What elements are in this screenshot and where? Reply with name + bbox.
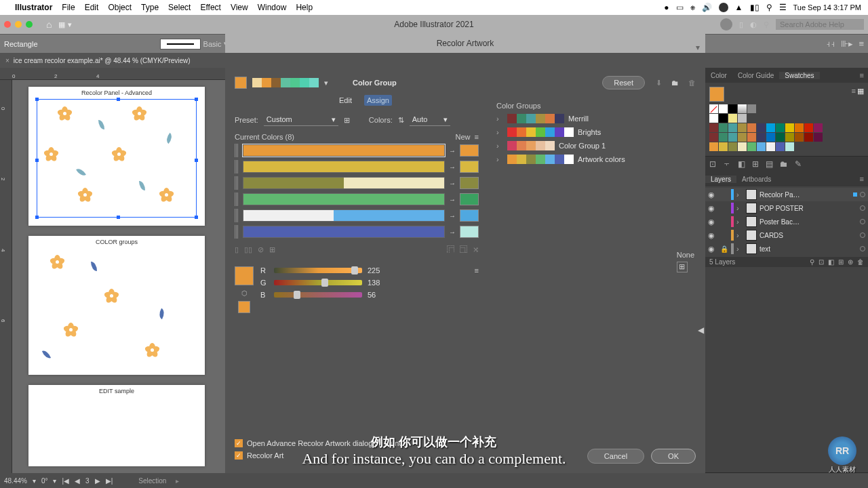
color-group-row[interactable]: › Brights (496, 127, 659, 137)
tab-swatches[interactable]: Swatches (779, 72, 819, 79)
slider-value[interactable]: 225 (368, 266, 388, 274)
swatch[interactable] (738, 142, 747, 151)
swatch[interactable] (728, 123, 737, 132)
rgb-slider[interactable] (274, 292, 362, 298)
swatch[interactable] (709, 142, 718, 151)
target-icon[interactable] (860, 246, 865, 251)
search-help-input[interactable] (776, 19, 864, 30)
swatch[interactable] (709, 123, 718, 132)
swatch[interactable] (804, 133, 813, 142)
menu-help[interactable]: Help (296, 3, 313, 12)
current-color-bar[interactable] (243, 193, 445, 205)
libraries-icon[interactable]: ▤ (766, 159, 773, 169)
tab-edit[interactable]: Edit (336, 95, 355, 106)
active-color-swatch[interactable] (235, 77, 247, 89)
artboard-recolor-panel[interactable]: Recolor Panel - Advanced (28, 87, 205, 226)
layer-row[interactable]: ◉ › CARDS (705, 228, 868, 242)
sublayer-icon[interactable]: ⊞ (838, 258, 844, 266)
maximize-icon[interactable] (26, 21, 33, 28)
swatch[interactable] (785, 123, 794, 132)
swatch[interactable] (776, 142, 785, 151)
color-group-row[interactable]: › Merrill (496, 114, 659, 123)
brushes-icon[interactable]: ✎ (795, 159, 802, 169)
lock-icon[interactable]: 🔒 (720, 245, 728, 253)
layer-row[interactable]: ◉ › Poster Bac… (705, 215, 868, 228)
menu-type[interactable]: Type (141, 3, 159, 12)
current-color-bar[interactable] (243, 161, 445, 173)
slider-menu-icon[interactable]: ≡ (475, 266, 479, 274)
color-assignment-row[interactable]: → (235, 176, 479, 190)
chevron-right-icon[interactable]: › (736, 231, 743, 239)
visibility-icon[interactable]: ◉ (708, 204, 717, 213)
none-swatch[interactable] (709, 104, 718, 113)
mask-icon[interactable]: ◧ (828, 258, 834, 266)
color-assignment-row[interactable]: → (235, 225, 479, 239)
layer-row[interactable]: ◉ 🔒 › text (705, 242, 868, 256)
grid-icon[interactable]: ⊞ (344, 116, 350, 125)
close-tab-icon[interactable]: × (5, 57, 9, 64)
swatch[interactable] (719, 123, 728, 132)
drag-handle-icon[interactable] (235, 176, 239, 190)
swatch[interactable] (795, 133, 804, 142)
list-view-icon[interactable]: ≡ (852, 87, 856, 102)
color-group-row[interactable]: › Color Group 1 (496, 141, 659, 150)
swatch[interactable] (738, 133, 747, 142)
swatch[interactable] (728, 133, 737, 142)
secondary-swatch[interactable] (238, 301, 250, 313)
current-color-bar[interactable] (243, 177, 445, 189)
visibility-icon[interactable]: ◉ (708, 231, 717, 240)
reset-button[interactable]: Reset (602, 76, 645, 89)
visibility-icon[interactable]: ◉ (708, 190, 717, 199)
fill-stroke-icon[interactable] (709, 87, 724, 102)
target-icon[interactable] (860, 219, 865, 224)
align-icon[interactable]: ⫞⫞ (826, 39, 835, 49)
swatch[interactable] (766, 123, 775, 132)
swatch[interactable] (814, 123, 823, 132)
color-group-row[interactable]: › Artwork colors (496, 155, 659, 164)
properties-icon[interactable]: ⊡ (709, 159, 716, 169)
drag-handle-icon[interactable] (235, 225, 239, 239)
battery-icon[interactable]: ▮▯ (750, 3, 760, 12)
randomize-icon[interactable]: ⤨ (473, 245, 479, 254)
layer-name[interactable]: Recolor Pa… (760, 191, 850, 199)
single-row-icon[interactable]: ▯ (235, 245, 239, 254)
rotation-value[interactable]: 0° (41, 477, 48, 485)
tab-color-guide[interactable]: Color Guide (732, 72, 779, 79)
swatch[interactable] (757, 123, 766, 132)
menu-file[interactable]: File (62, 3, 75, 12)
distribute-icon[interactable]: ⊪▸ (841, 39, 853, 49)
none-swatch-icon[interactable]: ⊞ (677, 262, 688, 272)
colors-select[interactable]: Auto▾ (410, 114, 450, 126)
close-icon[interactable] (4, 21, 11, 28)
color-assignment-row[interactable]: → (235, 192, 479, 206)
swatch[interactable] (719, 142, 728, 151)
target-icon[interactable] (860, 192, 865, 197)
menu-view[interactable]: View (231, 3, 248, 12)
chevron-right-icon[interactable]: › (736, 218, 743, 226)
dialog-dropdown-icon[interactable]: ▾ (696, 38, 700, 57)
collect-icon[interactable]: ⊡ (818, 258, 824, 266)
slider-value[interactable]: 56 (368, 291, 388, 299)
menu-edit[interactable]: Edit (85, 3, 99, 12)
save-group-icon[interactable]: ⬇ (656, 79, 662, 87)
chevron-right-icon[interactable]: › (496, 128, 503, 136)
swatch[interactable] (738, 114, 747, 123)
artboard-number[interactable]: 3 (85, 477, 90, 485)
screen-icon[interactable]: ▭ (676, 3, 684, 12)
user-icon[interactable] (720, 18, 732, 30)
chevron-right-icon[interactable]: › (496, 155, 503, 163)
collapse-panels-icon[interactable]: ◀ (698, 325, 704, 335)
swatch[interactable] (719, 133, 728, 142)
nav-last-icon[interactable]: ▶| (106, 477, 113, 485)
menu-window[interactable]: Window (258, 3, 287, 12)
find-stroke-icon[interactable]: ⿹ (460, 245, 467, 254)
grid-view-icon[interactable]: ▦ (857, 87, 864, 102)
swatch[interactable] (747, 123, 756, 132)
align-panel-icon[interactable]: ⫟ (723, 159, 731, 169)
target-icon[interactable] (860, 205, 865, 211)
visibility-icon[interactable]: ◉ (708, 218, 717, 226)
visibility-icon[interactable]: ◉ (708, 245, 717, 253)
chevron-right-icon[interactable]: › (736, 190, 743, 199)
cancel-button[interactable]: Cancel (587, 449, 644, 464)
pathfinder-icon[interactable]: ◧ (738, 159, 745, 169)
